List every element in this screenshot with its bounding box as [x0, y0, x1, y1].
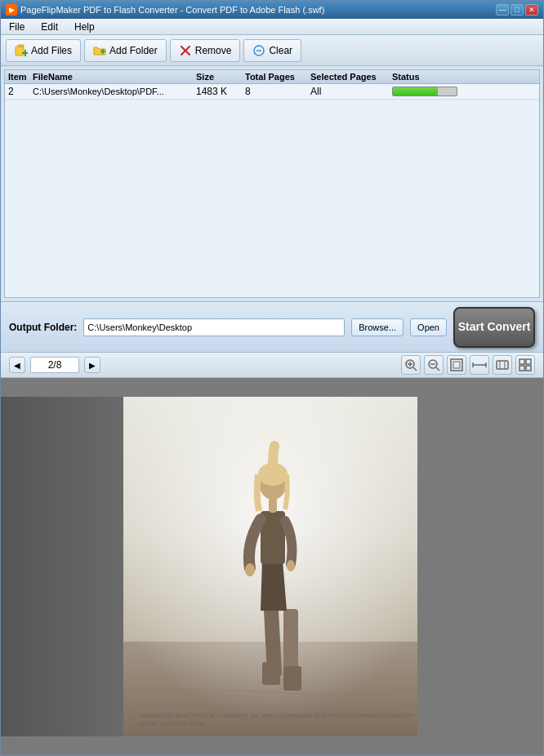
start-convert-button[interactable]: Start Convert — [453, 307, 535, 348]
svg-rect-15 — [453, 362, 460, 368]
minimize-button[interactable]: — — [496, 4, 509, 16]
svg-rect-0 — [16, 47, 24, 56]
row-size: 1483 K — [196, 86, 245, 97]
close-button[interactable]: ✕ — [525, 4, 538, 16]
view-mode-button[interactable] — [515, 355, 535, 375]
col-header-item: Item — [8, 72, 33, 82]
title-bar-controls: — □ ✕ — [496, 4, 538, 16]
menu-bar: File Edit Help — [1, 19, 543, 35]
row-selected-pages: All — [310, 86, 392, 97]
preview-nav: ◀ 2/8 ▶ — [9, 357, 100, 373]
preview-toolbar: ◀ 2/8 ▶ — [1, 352, 543, 378]
col-header-total-pages: Total Pages — [245, 72, 310, 82]
svg-rect-22 — [519, 359, 524, 364]
page-content: GORGEOUS BEAUTY LOOK? / ALRIGHT, SO, YEA… — [123, 397, 417, 736]
maximize-button[interactable]: □ — [511, 4, 524, 16]
file-list-container: Item FileName Size Total Pages Selected … — [4, 69, 540, 298]
open-button[interactable]: Open — [410, 318, 447, 336]
prev-page-button[interactable]: ◀ — [9, 357, 25, 373]
status-progress-bar — [392, 87, 457, 96]
svg-point-34 — [245, 563, 255, 576]
row-status — [392, 87, 506, 96]
table-row[interactable]: 2 C:\Users\Monkey\Desktop\PDF... 1483 K … — [5, 84, 539, 100]
title-bar: ▶ PageFlipMaker PDF to Flash Converter -… — [1, 1, 543, 19]
svg-rect-32 — [262, 662, 280, 685]
menu-edit[interactable]: Edit — [38, 20, 61, 33]
clear-label: Clear — [269, 45, 292, 56]
toolbar: Add Files Add Folder Remove — [1, 35, 543, 66]
app-icon: ▶ — [6, 4, 17, 16]
remove-label: Remove — [195, 45, 232, 56]
preview-zoom-tools — [401, 355, 535, 375]
app-window: ▶ PageFlipMaker PDF to Flash Converter -… — [0, 0, 544, 756]
output-section: Output Folder: Browse... Open Start Conv… — [1, 301, 543, 352]
add-files-button[interactable]: Add Files — [6, 39, 81, 62]
status-progress-fill — [393, 87, 438, 96]
page-indicator: 2/8 — [30, 357, 79, 373]
output-path-input[interactable] — [83, 318, 345, 336]
title-bar-left: ▶ PageFlipMaker PDF to Flash Converter -… — [6, 4, 324, 16]
remove-button[interactable]: Remove — [170, 39, 241, 62]
menu-file[interactable]: File — [6, 20, 28, 33]
col-header-filename: FileName — [33, 72, 196, 82]
preview-content: GORGEOUS BEAUTY LOOK? / ALRIGHT, SO, YEA… — [1, 378, 543, 755]
photo-background: GORGEOUS BEAUTY LOOK? / ALRIGHT, SO, YEA… — [123, 397, 417, 736]
svg-line-13 — [436, 367, 439, 371]
fashion-figure — [123, 397, 417, 736]
col-header-size: Size — [196, 72, 245, 82]
page-left-shadow — [1, 397, 123, 736]
zoom-out-button[interactable] — [424, 355, 444, 375]
row-total-pages: 8 — [245, 86, 310, 97]
svg-rect-36 — [269, 498, 277, 513]
next-page-button[interactable]: ▶ — [84, 357, 100, 373]
add-folder-icon — [93, 44, 106, 57]
browse-button[interactable]: Browse... — [351, 318, 404, 336]
zoom-in-button[interactable] — [401, 355, 421, 375]
col-header-status: Status — [392, 72, 506, 82]
clear-icon — [252, 44, 265, 57]
output-folder-label: Output Folder: — [9, 322, 77, 333]
add-files-icon — [15, 44, 28, 57]
fit-page-button[interactable] — [447, 355, 466, 375]
svg-line-10 — [413, 367, 417, 371]
svg-point-35 — [287, 560, 295, 571]
row-item: 2 — [8, 86, 33, 97]
zoom-actual-button[interactable] — [493, 355, 512, 375]
svg-rect-1 — [18, 45, 24, 47]
svg-rect-19 — [497, 361, 508, 369]
add-folder-button[interactable]: Add Folder — [84, 39, 167, 62]
svg-rect-30 — [283, 666, 301, 691]
menu-help[interactable]: Help — [71, 20, 98, 33]
svg-rect-14 — [451, 359, 462, 371]
add-files-label: Add Files — [31, 45, 72, 56]
col-header-selected-pages: Selected Pages — [310, 72, 392, 82]
page-text: GORGEOUS BEAUTY LOOK? / ALRIGHT, SO, YEA… — [140, 712, 417, 728]
preview-area: ◀ 2/8 ▶ — [1, 352, 543, 755]
remove-icon — [179, 44, 192, 57]
fit-width-button[interactable] — [470, 355, 489, 375]
file-list-header: Item FileName Size Total Pages Selected … — [5, 70, 539, 84]
add-folder-label: Add Folder — [109, 45, 158, 56]
clear-button[interactable]: Clear — [243, 39, 301, 62]
window-title: PageFlipMaker PDF to Flash Converter - C… — [20, 5, 324, 15]
svg-rect-24 — [519, 366, 524, 371]
svg-rect-25 — [526, 366, 531, 371]
svg-rect-23 — [526, 359, 531, 364]
row-filename: C:\Users\Monkey\Desktop\PDF... — [33, 87, 196, 96]
